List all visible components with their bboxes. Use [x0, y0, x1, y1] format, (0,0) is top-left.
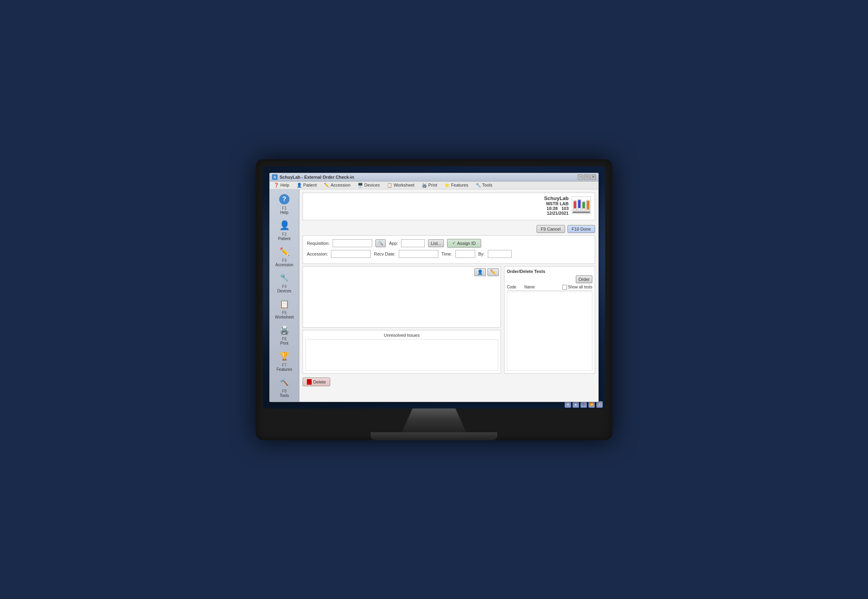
- checkmark-icon: ✓: [452, 240, 456, 246]
- menu-tools[interactable]: 🔧 Tools: [474, 182, 494, 188]
- print-icon: 🖨️: [278, 324, 291, 336]
- app-window: S SchuyLab - External Order Check-in ─ □…: [269, 173, 599, 402]
- col-name-header: Name: [524, 285, 561, 289]
- app-icon: S: [272, 174, 278, 180]
- sidebar-item-worksheet[interactable]: 📋 F5 Worksheet: [271, 296, 298, 321]
- sidebar-worksheet-label: Worksheet: [275, 315, 294, 319]
- order-section: Order/Delete Tests Order Code Name Show …: [504, 266, 595, 374]
- cancel-button[interactable]: F9 Cancel: [537, 225, 565, 233]
- requisition-input[interactable]: [333, 239, 372, 247]
- search-icon: 🔍: [378, 241, 383, 245]
- lab-info: SchuyLab MSTR LAB 10:28 103 12/21/2021: [544, 195, 569, 216]
- sidebar-print-label: Print: [280, 341, 289, 345]
- lab-logo: [572, 196, 591, 214]
- order-btn-row: Order: [507, 275, 592, 283]
- requisition-label: Requisition:: [307, 241, 329, 246]
- main-content: SchuyLab MSTR LAB 10:28 103 12/21/2021: [299, 189, 598, 402]
- done-button[interactable]: F10 Done: [567, 225, 595, 233]
- header-right: SchuyLab MSTR LAB 10:28 103 12/21/2021: [544, 195, 591, 216]
- recv-date-input[interactable]: [399, 250, 438, 258]
- taskbar-icon-4[interactable]: 📶: [588, 401, 595, 408]
- menu-accession-icon: ✏️: [324, 183, 329, 188]
- by-input[interactable]: [488, 250, 512, 258]
- sidebar-f7-label: F7: [282, 363, 287, 367]
- delete-button[interactable]: Delete: [303, 378, 330, 386]
- close-button[interactable]: ✕: [590, 174, 596, 180]
- sidebar-f5-label: F5: [282, 311, 287, 315]
- svg-rect-29: [573, 212, 590, 213]
- requisition-search-button[interactable]: 🔍: [375, 239, 386, 247]
- menu-tools-icon: 🔧: [476, 183, 481, 188]
- order-button[interactable]: Order: [576, 275, 592, 283]
- sidebar-f8-label: F8: [282, 389, 287, 393]
- header-section: SchuyLab MSTR LAB 10:28 103 12/21/2021: [303, 193, 595, 220]
- worksheet-icon: 📋: [278, 298, 291, 310]
- title-bar: S SchuyLab - External Order Check-in ─ □…: [270, 173, 598, 181]
- notes-area: 👤 ✏️: [303, 266, 501, 328]
- menu-print-icon: 🖨️: [422, 183, 427, 188]
- sidebar-patient-label: Patient: [278, 237, 290, 241]
- menu-help[interactable]: ❓ Help: [272, 182, 291, 188]
- sidebar-item-accession[interactable]: ✏️ F3 Accession: [271, 244, 298, 269]
- menu-devices[interactable]: 🖥️ Devices: [356, 182, 381, 188]
- sidebar-item-patient[interactable]: 👤 F2 Patient: [271, 218, 298, 242]
- unresolved-issues-section: Unresolved Issues: [303, 330, 501, 374]
- menu-bar: ❓ Help 👤 Patient ✏️ Accession 🖥️ Devices…: [270, 181, 598, 189]
- app-input[interactable]: [401, 239, 425, 247]
- form-row-accession: Accession: Recv Date: Time: By:: [307, 250, 591, 258]
- app-content: ? F1 Help 👤 F2 Patient ✏️ F3: [270, 189, 598, 402]
- taskbar-icon-5[interactable]: ⚡: [596, 401, 603, 408]
- show-all-checkbox[interactable]: [562, 285, 567, 290]
- form-row-requisition: Requisition: 🔍 App: List... ✓ Assign ID: [307, 239, 591, 248]
- menu-print[interactable]: 🖨️ Print: [420, 182, 439, 188]
- maximize-button[interactable]: □: [584, 174, 590, 180]
- taskbar-icon-3[interactable]: 🔊: [581, 401, 587, 408]
- taskbar-icon-1[interactable]: ⊞: [565, 401, 571, 408]
- assign-id-button[interactable]: ✓ Assign ID: [447, 239, 481, 248]
- sidebar-item-devices[interactable]: 🔧 F4 Devices: [271, 270, 298, 295]
- sidebar-item-help[interactable]: ? F1 Help: [271, 192, 298, 216]
- monitor: hronizing Healthcare www.cgm.com S Schuy…: [256, 159, 612, 440]
- title-bar-controls: ─ □ ✕: [578, 174, 596, 180]
- menu-worksheet-icon: 📋: [387, 183, 392, 188]
- accession-icon: ✏️: [278, 246, 291, 258]
- menu-features-icon: ⭐: [444, 183, 450, 188]
- menu-worksheet[interactable]: 📋 Worksheet: [385, 182, 416, 188]
- menu-patient[interactable]: 👤 Patient: [295, 182, 318, 188]
- notes-person-button[interactable]: 👤: [474, 268, 486, 276]
- monitor-stand: [398, 408, 470, 432]
- window-title: SchuyLab - External Order Check-in: [280, 175, 354, 179]
- help-icon: ?: [278, 193, 291, 205]
- menu-accession[interactable]: ✏️ Accession: [322, 182, 352, 188]
- notes-textarea[interactable]: [305, 278, 499, 309]
- order-table-header: Code Name Show all tests: [507, 285, 592, 291]
- minimize-button[interactable]: ─: [578, 174, 583, 180]
- lab-name: SchuyLab: [544, 195, 569, 201]
- list-button[interactable]: List...: [428, 239, 444, 247]
- sidebar-item-print[interactable]: 🖨️ F6 Print: [271, 322, 298, 347]
- accession-input[interactable]: [331, 250, 371, 258]
- svg-rect-28: [587, 201, 589, 210]
- sidebar-item-tools[interactable]: 🔨 F8 Tools: [271, 375, 298, 399]
- col-code-header: Code: [507, 285, 523, 289]
- svg-rect-24: [578, 200, 581, 208]
- sidebar-tools-label: Tools: [280, 393, 289, 398]
- sidebar-f4-label: F4: [282, 284, 287, 289]
- sidebar-item-features[interactable]: 🏆 F7 Features: [271, 349, 298, 373]
- header-action-buttons: F9 Cancel F10 Done: [303, 225, 595, 233]
- taskbar: ⊞ ▲ 🔊 📶 ⚡: [565, 401, 603, 408]
- menu-devices-icon: 🖥️: [358, 183, 363, 188]
- svg-rect-26: [582, 202, 585, 208]
- order-table-body: [507, 292, 592, 371]
- sidebar-devices-label: Devices: [277, 289, 291, 293]
- taskbar-icon-2[interactable]: ▲: [573, 401, 579, 408]
- menu-patient-icon: 👤: [297, 183, 302, 188]
- notes-edit-button[interactable]: ✏️: [487, 268, 499, 276]
- devices-icon: 🔧: [278, 272, 291, 284]
- menu-help-icon: ❓: [274, 183, 279, 188]
- unresolved-title: Unresolved Issues: [305, 333, 498, 338]
- menu-features[interactable]: ⭐ Features: [443, 182, 470, 188]
- time-input[interactable]: [455, 250, 475, 258]
- sidebar-features-label: Features: [276, 367, 292, 372]
- sidebar-f6-label: F6: [282, 337, 287, 341]
